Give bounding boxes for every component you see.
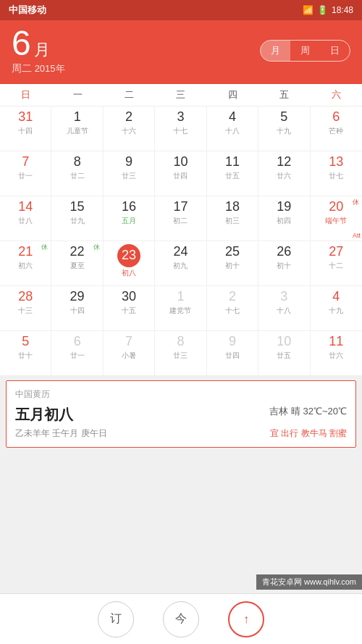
day-lunar: 十四 xyxy=(18,126,33,136)
day-number: 17 xyxy=(173,199,188,215)
day-cell[interactable]: 28 十三 xyxy=(0,286,51,331)
day-cell[interactable]: 3 十七 xyxy=(155,106,206,151)
day-cell[interactable]: 8 廿三 xyxy=(155,331,206,376)
day-cell[interactable]: 10 廿四 xyxy=(155,151,206,196)
weekday-sat: 六 xyxy=(311,84,362,106)
holiday-tag: 休 xyxy=(353,198,359,207)
day-number: 10 xyxy=(277,334,291,350)
day-lunar: 十八 xyxy=(225,126,240,136)
day-number: 1 xyxy=(74,109,81,125)
day-cell[interactable]: 11 廿六 xyxy=(311,331,362,376)
day-number: 18 xyxy=(225,199,240,215)
day-cell[interactable]: 31 十四 xyxy=(0,106,51,151)
weekday-tue: 二 xyxy=(104,84,155,106)
subscribe-label: 订 xyxy=(110,611,122,627)
day-cell[interactable]: 30 十五 xyxy=(104,286,155,331)
day-cell[interactable]: 4 十八 xyxy=(207,106,258,151)
day-cell[interactable]: 25 初十 xyxy=(207,241,258,286)
day-number: 6 xyxy=(74,334,81,350)
day-cell[interactable]: 8 廿二 xyxy=(51,151,103,196)
day-cell[interactable]: 1 建党节 xyxy=(155,286,206,331)
day-number: 9 xyxy=(125,154,132,170)
day-cell[interactable]: 6 廿一 xyxy=(51,331,103,376)
day-cell[interactable]: 1 儿童节 xyxy=(51,106,103,151)
today-label: 今 xyxy=(175,611,187,627)
calendar-header: 6 月 周二 2015年 月 周 日 xyxy=(0,20,362,84)
day-cell[interactable]: 24 初九 xyxy=(155,241,206,286)
view-day-btn[interactable]: 日 xyxy=(320,41,350,61)
day-lunar: 建党节 xyxy=(169,306,191,316)
day-cell[interactable]: 6 芒种 xyxy=(311,106,362,151)
info-main-row: 五月初八 吉林 晴 32℃~20℃ xyxy=(15,405,347,425)
day-lunar: 十六 xyxy=(122,126,136,136)
holiday-tag: 休 xyxy=(41,243,48,252)
day-cell[interactable]: 18 初三 xyxy=(207,196,258,241)
day-lunar: 初十 xyxy=(277,261,291,271)
up-label: ↑ xyxy=(243,613,249,626)
day-cell[interactable]: 4 十九 xyxy=(311,286,362,331)
day-number: 8 xyxy=(177,334,184,350)
day-cell[interactable]: 2 十六 xyxy=(104,106,155,151)
day-number: 13 xyxy=(329,154,343,170)
day-lunar: 廿五 xyxy=(225,171,240,181)
weekday-mon: 一 xyxy=(51,84,103,106)
weekday-header: 日 一 二 三 四 五 六 xyxy=(0,84,362,106)
view-month-btn[interactable]: 月 xyxy=(261,41,290,61)
day-cell[interactable]: 休 22 夏至 xyxy=(51,241,103,286)
att-badge: Att xyxy=(353,232,361,239)
day-lunar: 廿六 xyxy=(329,351,343,361)
day-cell[interactable]: 26 初十 xyxy=(258,241,310,286)
day-number: 27 xyxy=(329,244,343,260)
day-number: 10 xyxy=(173,154,188,170)
day-number: 9 xyxy=(229,334,236,350)
day-cell[interactable]: 12 廿六 xyxy=(258,151,310,196)
day-cell[interactable]: 休 21 初六 xyxy=(0,241,51,286)
day-number: 2 xyxy=(229,289,236,305)
day-cell-20[interactable]: 休 20 端午节 Att xyxy=(311,196,362,241)
day-number: 1 xyxy=(177,289,184,305)
day-cell[interactable]: 2 十七 xyxy=(207,286,258,331)
day-cell[interactable]: 9 廿四 xyxy=(207,331,258,376)
subscribe-btn[interactable]: 订 xyxy=(98,601,134,637)
today-btn[interactable]: 今 xyxy=(163,601,199,637)
day-lunar: 廿四 xyxy=(225,351,240,361)
day-lunar: 廿三 xyxy=(173,351,188,361)
day-cell[interactable]: 3 十八 xyxy=(258,286,310,331)
status-bar-right: 📶 🔋 18:48 xyxy=(303,5,353,15)
up-btn[interactable]: ↑ xyxy=(228,601,264,637)
day-cell[interactable]: 11 廿五 xyxy=(207,151,258,196)
day-number: 7 xyxy=(22,154,29,170)
day-cell[interactable]: 29 十四 xyxy=(51,286,103,331)
day-number: 7 xyxy=(125,334,132,350)
day-cell[interactable]: 5 廿十 xyxy=(0,331,51,376)
day-cell-selected[interactable]: 23 初八 xyxy=(104,241,155,286)
view-week-btn[interactable]: 周 xyxy=(290,41,320,61)
lunar-date-big: 五月初八 xyxy=(15,405,73,425)
day-number: 4 xyxy=(229,109,236,125)
day-lunar: 端午节 xyxy=(325,216,347,226)
day-number: 5 xyxy=(280,109,287,125)
day-cell[interactable]: 19 初四 xyxy=(258,196,310,241)
day-number: 26 xyxy=(277,244,291,260)
day-lunar: 十七 xyxy=(173,126,188,136)
day-cell[interactable]: 27 十二 xyxy=(311,241,362,286)
view-toggle[interactable]: 月 周 日 xyxy=(260,40,350,62)
day-number: 15 xyxy=(70,199,85,215)
day-lunar: 十三 xyxy=(18,306,33,316)
day-cell[interactable]: 15 廿九 xyxy=(51,196,103,241)
day-cell[interactable]: 10 廿五 xyxy=(258,331,310,376)
weekday-sun: 日 xyxy=(0,84,51,106)
day-cell[interactable]: 14 廿八 xyxy=(0,196,51,241)
header-subtitle: 周二 2015年 xyxy=(12,62,65,75)
day-cell[interactable]: 13 廿七 xyxy=(311,151,362,196)
yi-info: 宜 出行 教牛马 割蜜 xyxy=(270,427,347,440)
status-bar: 中国移动 📶 🔋 18:48 xyxy=(0,0,362,20)
day-cell[interactable]: 17 初二 xyxy=(155,196,206,241)
day-cell[interactable]: 5 十九 xyxy=(258,106,310,151)
year-label: 2015年 xyxy=(35,63,65,74)
day-cell[interactable]: 7 小暑 xyxy=(104,331,155,376)
day-cell[interactable]: 16 五月 xyxy=(104,196,155,241)
day-cell[interactable]: 7 廿一 xyxy=(0,151,51,196)
day-lunar: 十八 xyxy=(277,306,291,316)
day-cell[interactable]: 9 廿三 xyxy=(104,151,155,196)
